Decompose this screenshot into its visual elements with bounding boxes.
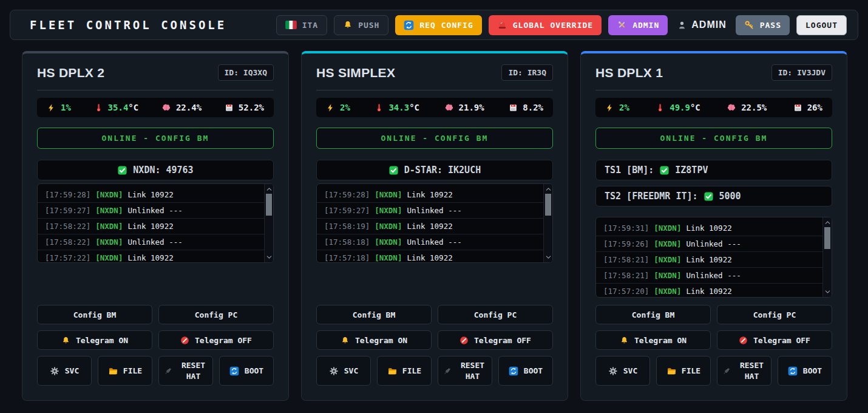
- lightning-icon: [47, 103, 56, 112]
- boot-button[interactable]: BOOT: [778, 356, 832, 386]
- scroll-up-icon[interactable]: [824, 219, 831, 226]
- card-actions: Config BM Config PC Telegram ON Telegram…: [316, 305, 553, 386]
- config-bm-button[interactable]: Config BM: [316, 305, 432, 324]
- stats-bar: 2% 49.9°C 22.5% 26%: [595, 98, 832, 117]
- log-message: Link 10922: [686, 287, 731, 296]
- telegram-off-button[interactable]: Telegram OFF: [717, 330, 832, 350]
- reset-hat-button[interactable]: RESET HAT: [717, 356, 771, 386]
- log-tag: [NXDN]: [654, 224, 681, 233]
- scroll-down-icon[interactable]: [824, 288, 831, 295]
- log-row: [17:58:22][NXDN]Unlinked ---: [38, 234, 264, 250]
- mode-status-box: NXDN: 49763: [37, 160, 274, 180]
- prohibited-icon: [459, 336, 469, 345]
- ts1-value: IZ8TPV: [675, 165, 708, 176]
- config-bm-button[interactable]: Config BM: [37, 305, 152, 324]
- telegram-off-button[interactable]: Telegram OFF: [158, 330, 274, 350]
- temp-value: 34.3: [388, 103, 409, 112]
- log-scrollbar[interactable]: [543, 184, 552, 262]
- svc-button[interactable]: SVC: [595, 356, 650, 386]
- config-bm-button[interactable]: Config BM: [595, 305, 711, 324]
- bell-icon: [620, 336, 629, 345]
- log-rows: [17:59:28][NXDN]Link 10922 [17:59:27][NX…: [38, 184, 264, 263]
- log-panel: [17:59:28][NXDN]Link 10922 [17:59:27][NX…: [37, 183, 274, 263]
- boot-button[interactable]: BOOT: [498, 356, 553, 386]
- disk-value: 26%: [807, 103, 822, 112]
- log-message: Unlinked ---: [127, 237, 182, 247]
- language-label: ITA: [302, 21, 318, 30]
- log-message: Link 10922: [407, 253, 452, 262]
- power-value: 1%: [61, 103, 71, 112]
- global-override-button[interactable]: GLOBAL OVERRIDE: [489, 15, 602, 35]
- admin-button-label: ADMIN: [632, 21, 659, 30]
- log-row: [17:58:21][NXDN]Unlinked ---: [596, 268, 822, 284]
- stats-bar: 1% 35.4°C 22.4% 52.2%: [37, 98, 274, 117]
- log-tag: [NXDN]: [654, 255, 681, 264]
- status-box: ONLINE - CONFIG BM: [595, 128, 832, 149]
- header-actions: ITA PUSH REQ CONFIG GLOBAL OVERRIDE ADMI…: [276, 15, 847, 35]
- lightning-icon: [605, 103, 614, 112]
- push-button[interactable]: PUSH: [334, 15, 388, 35]
- italy-flag-icon: [285, 21, 297, 29]
- logout-button[interactable]: LOGOUT: [796, 15, 847, 35]
- scrollbar-thumb[interactable]: [266, 194, 272, 216]
- log-scrollbar[interactable]: [264, 184, 273, 262]
- log-time: [17:58:18]: [324, 237, 370, 247]
- scrollbar-thumb[interactable]: [824, 227, 830, 249]
- language-button[interactable]: ITA: [276, 15, 327, 35]
- scrollbar-thumb[interactable]: [545, 194, 551, 216]
- scroll-up-icon[interactable]: [266, 186, 273, 193]
- file-button[interactable]: FILE: [377, 356, 432, 386]
- file-button[interactable]: FILE: [98, 356, 152, 386]
- scroll-down-icon[interactable]: [266, 254, 273, 261]
- telegram-on-button[interactable]: Telegram ON: [316, 330, 432, 350]
- brain-icon: [727, 103, 736, 112]
- disk-value: 8.2%: [523, 103, 543, 112]
- svc-button[interactable]: SVC: [316, 356, 371, 386]
- admin-button[interactable]: ADMIN: [608, 15, 668, 35]
- reset-hat-button[interactable]: RESET HAT: [438, 356, 492, 386]
- card-title: HS DPLX 1: [595, 66, 663, 80]
- telegram-on-button[interactable]: Telegram ON: [37, 330, 152, 350]
- brain-icon: [161, 103, 171, 112]
- log-tag: [NXDN]: [95, 190, 123, 199]
- card-hs-simplex: HS SIMPLEX ID: IR3Q 2% 34.3°C 21.9% 8.2%…: [301, 51, 568, 401]
- log-time: [17:57:18]: [324, 253, 370, 262]
- pass-button[interactable]: PASS: [736, 15, 790, 35]
- scroll-down-icon[interactable]: [545, 254, 552, 261]
- temp-value: 49.9: [670, 103, 690, 112]
- reset-hat-button[interactable]: RESET HAT: [158, 356, 213, 386]
- telegram-off-button[interactable]: Telegram OFF: [438, 330, 553, 350]
- log-tag: [NXDN]: [95, 253, 123, 262]
- log-tag: [NXDN]: [375, 222, 402, 231]
- temp-stat: 34.3°C: [375, 103, 419, 112]
- temp-unit: °C: [128, 103, 138, 112]
- config-pc-button[interactable]: Config PC: [158, 305, 274, 324]
- config-pc-button[interactable]: Config PC: [717, 305, 832, 324]
- card-header: HS SIMPLEX ID: IR3Q: [316, 64, 553, 81]
- green-check-icon: [117, 165, 127, 176]
- siren-icon: [497, 20, 507, 30]
- log-panel: [17:59:31][NXDN]Link 10922 [17:59:26][NX…: [595, 217, 832, 298]
- scroll-up-icon[interactable]: [545, 186, 552, 193]
- divider: [37, 90, 274, 90]
- file-button[interactable]: FILE: [656, 356, 711, 386]
- log-scrollbar[interactable]: [822, 217, 832, 297]
- logout-label: LOGOUT: [805, 21, 838, 30]
- card-header: HS DPLX 1 ID: IV3JDV: [595, 64, 832, 81]
- log-time: [17:59:31]: [603, 224, 649, 233]
- log-time: [17:58:21]: [603, 271, 649, 280]
- svc-button[interactable]: SVC: [37, 356, 92, 386]
- push-label: PUSH: [358, 21, 379, 30]
- log-message: Link 10922: [407, 222, 452, 231]
- stats-bar: 2% 34.3°C 21.9% 8.2%: [316, 98, 553, 117]
- boot-button[interactable]: BOOT: [219, 356, 274, 386]
- current-user: ADMIN: [677, 19, 726, 30]
- req-config-button[interactable]: REQ CONFIG: [395, 15, 481, 35]
- log-time: [17:57:22]: [45, 253, 90, 262]
- config-pc-button[interactable]: Config PC: [438, 305, 553, 324]
- log-time: [17:59:28]: [324, 190, 370, 199]
- log-message: Link 10922: [407, 190, 452, 199]
- disk-icon: [225, 103, 234, 112]
- sync-icon: [229, 366, 239, 376]
- telegram-on-button[interactable]: Telegram ON: [595, 330, 711, 350]
